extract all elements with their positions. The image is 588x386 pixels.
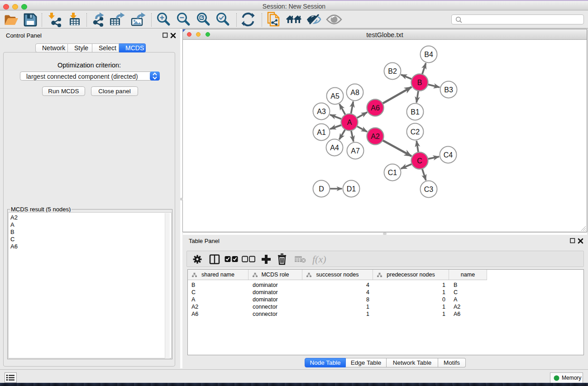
svg-text:A5: A5 — [330, 92, 339, 100]
svg-text:A3: A3 — [317, 108, 326, 115]
svg-text:C3: C3 — [424, 186, 434, 193]
svg-text:D1: D1 — [347, 185, 356, 193]
svg-text:A4: A4 — [330, 144, 339, 152]
svg-text:B3: B3 — [444, 86, 453, 94]
svg-text:C4: C4 — [444, 151, 453, 159]
svg-text:D: D — [319, 185, 324, 193]
svg-text:B: B — [417, 79, 422, 86]
svg-text:B2: B2 — [388, 67, 397, 75]
svg-text:A8: A8 — [350, 89, 359, 96]
svg-text:A7: A7 — [351, 147, 360, 155]
svg-text:C2: C2 — [411, 128, 420, 136]
svg-text:B4: B4 — [424, 51, 433, 58]
svg-text:A6: A6 — [371, 104, 380, 112]
svg-text:A1: A1 — [317, 129, 326, 136]
svg-text:C1: C1 — [388, 169, 397, 176]
svg-text:B1: B1 — [411, 108, 420, 116]
svg-text:A2: A2 — [371, 133, 380, 140]
svg-text:A: A — [347, 119, 352, 126]
svg-text:C: C — [417, 157, 422, 165]
